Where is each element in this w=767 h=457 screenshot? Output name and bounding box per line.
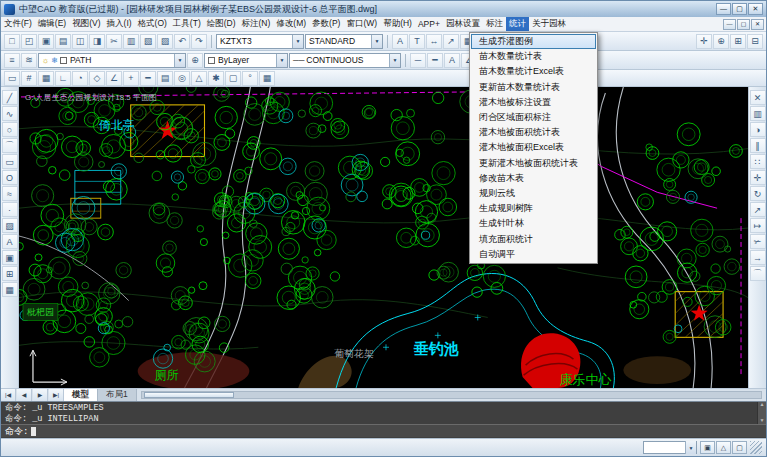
dyn-icon[interactable]: + xyxy=(123,71,139,86)
zoom-realtime-icon[interactable]: ⊕ xyxy=(713,34,729,49)
workspace-icon[interactable]: ✱ xyxy=(208,71,224,86)
selection-cycling-icon[interactable]: ◎ xyxy=(174,71,190,86)
menu-option-生成规则树阵[interactable]: 生成规则树阵 xyxy=(471,201,596,216)
menu-item-视图(V)[interactable]: 视图(V) xyxy=(69,17,103,31)
mdi-minimize-icon[interactable]: — xyxy=(723,19,736,30)
circle-icon[interactable]: ○ xyxy=(2,122,18,137)
ellipse-icon[interactable]: O xyxy=(2,170,18,185)
menu-item-绘图(D)[interactable]: 绘图(D) xyxy=(204,17,239,31)
menu-item-修改(M)[interactable]: 修改(M) xyxy=(273,17,309,31)
menu-option-灌木地被面积Excel表[interactable]: 灌木地被面积Excel表 xyxy=(471,140,596,155)
menu-option-更新苗木数量统计表[interactable]: 更新苗木数量统计表 xyxy=(471,80,596,95)
array-icon[interactable]: ∷ xyxy=(750,154,766,169)
zoom-previous-icon[interactable]: ⊟ xyxy=(747,34,763,49)
mdi-close-icon[interactable]: ✕ xyxy=(751,19,764,30)
model-paper-toggle-icon[interactable]: ▣ xyxy=(700,441,715,454)
offset-icon[interactable]: ∥ xyxy=(750,138,766,153)
tab-模型[interactable]: 模型 xyxy=(64,389,98,401)
menu-option-生成乔灌图例[interactable]: 生成乔灌图例 xyxy=(471,34,596,49)
fillet-icon[interactable]: ⌒ xyxy=(750,266,766,281)
menu-item-帮助(H)[interactable]: 帮助(H) xyxy=(380,17,415,31)
text-style-combo[interactable]: KZTXT3 ▼ xyxy=(216,34,304,49)
menu-option-灌木地被面积统计表[interactable]: 灌木地被面积统计表 xyxy=(471,125,596,140)
linetype-combo[interactable]: ── CONTINUOUS ▼ xyxy=(289,53,401,68)
units-icon[interactable]: ° xyxy=(242,71,258,86)
spline-icon[interactable]: ≈ xyxy=(2,186,18,201)
next-tab-icon[interactable]: ▶ xyxy=(33,389,48,401)
calculator-icon[interactable]: ▦ xyxy=(259,71,275,86)
extend-icon[interactable]: → xyxy=(750,250,766,265)
layer-properties-icon[interactable]: ≡ xyxy=(4,53,20,68)
lineweight-icon[interactable]: ━ xyxy=(427,53,443,68)
menu-item-标注[interactable]: 标注 xyxy=(483,17,506,31)
trim-icon[interactable]: ✃ xyxy=(750,234,766,249)
status-combo[interactable]: ▼ xyxy=(643,441,697,454)
drawing-viewport[interactable]: G:\人居生态公园规划设计18.5 平面图倚北亭枇杷园厕所葡萄花架垂钓池康乐中心 xyxy=(19,87,748,388)
menu-option-苗木数量统计表[interactable]: 苗木数量统计表 xyxy=(471,49,596,64)
maximize-icon[interactable]: ▢ xyxy=(732,3,747,15)
linetype-manager-icon[interactable]: ─ xyxy=(410,53,426,68)
drawing-canvas[interactable]: G:\人居生态公园规划设计18.5 平面图倚北亭枇杷园厕所葡萄花架垂钓池康乐中心 xyxy=(19,87,748,388)
annotation-visibility-icon[interactable]: △ xyxy=(716,441,731,454)
scale-icon[interactable]: ↗ xyxy=(750,202,766,217)
color-combo[interactable]: ByLayer ▼ xyxy=(204,53,288,68)
scrollbar-thumb[interactable] xyxy=(144,392,234,398)
table-icon[interactable]: ▦ xyxy=(2,282,18,297)
menu-item-APP+[interactable]: APP+ xyxy=(415,18,443,30)
ortho-icon[interactable]: ∟ xyxy=(55,71,71,86)
quick-properties-icon[interactable]: ▤ xyxy=(157,71,173,86)
tab-布局1[interactable]: 布局1 xyxy=(98,389,137,401)
new-icon[interactable]: □ xyxy=(4,34,20,49)
minimize-icon[interactable]: — xyxy=(716,3,731,15)
menu-item-关于园林[interactable]: 关于园林 xyxy=(529,17,569,31)
rotate-icon[interactable]: ↻ xyxy=(750,186,766,201)
close-icon[interactable]: ✕ xyxy=(748,3,763,15)
dimension-icon[interactable]: ↔ xyxy=(426,34,442,49)
plot-icon[interactable]: ▤ xyxy=(55,34,71,49)
leader-icon[interactable]: ↗ xyxy=(443,34,459,49)
menu-item-统计[interactable]: 统计 xyxy=(506,17,529,31)
redo-icon[interactable]: ↷ xyxy=(191,34,207,49)
menu-option-闭合区域面积标注[interactable]: 闭合区域面积标注 xyxy=(471,110,596,125)
resize-grip-icon[interactable] xyxy=(750,441,762,454)
chevron-down-icon[interactable]: ▼ xyxy=(276,54,287,67)
undo-icon[interactable]: ↶ xyxy=(174,34,190,49)
menu-item-插入(I)[interactable]: 插入(I) xyxy=(104,17,135,31)
copy-icon[interactable]: ▥ xyxy=(750,106,766,121)
menu-item-格式(O)[interactable]: 格式(O) xyxy=(135,17,170,31)
menu-item-标注(N)[interactable]: 标注(N) xyxy=(239,17,274,31)
make-object-layer-icon[interactable]: ⊕ xyxy=(187,53,203,68)
paste-icon[interactable]: ▧ xyxy=(140,34,156,49)
open-icon[interactable]: ◰ xyxy=(21,34,37,49)
chevron-down-icon[interactable]: ▼ xyxy=(389,54,400,67)
polar-icon[interactable]: ◔ xyxy=(72,71,88,86)
move-icon[interactable]: ✛ xyxy=(750,170,766,185)
last-tab-icon[interactable]: ▶| xyxy=(49,389,64,401)
pan-icon[interactable]: ✛ xyxy=(696,34,712,49)
polyline-icon[interactable]: ∿ xyxy=(2,106,18,121)
horizontal-scrollbar[interactable] xyxy=(141,391,762,399)
preview-icon[interactable]: ◫ xyxy=(72,34,88,49)
menu-option-灌木地被标注设置[interactable]: 灌木地被标注设置 xyxy=(471,95,596,110)
clean-screen-icon[interactable]: ▢ xyxy=(225,71,241,86)
menu-item-工具(T)[interactable]: 工具(T) xyxy=(170,17,204,31)
menu-item-参数(P)[interactable]: 参数(P) xyxy=(309,17,343,31)
mirror-icon[interactable]: ◑ xyxy=(750,122,766,137)
menu-item-编辑(E)[interactable]: 编辑(E) xyxy=(35,17,69,31)
clean-screen-toggle-icon[interactable]: ▢ xyxy=(732,441,747,454)
command-input[interactable]: 命令: xyxy=(1,424,766,437)
erase-icon[interactable]: ✕ xyxy=(750,90,766,105)
line-icon[interactable]: ╱ xyxy=(2,90,18,105)
text-style-manager-icon[interactable]: A xyxy=(444,53,460,68)
model-space-icon[interactable]: ▭ xyxy=(4,71,20,86)
dim-style-combo[interactable]: STANDARD ▼ xyxy=(305,34,383,49)
hatch-icon[interactable]: ▨ xyxy=(2,218,18,233)
chevron-down-icon[interactable]: ▼ xyxy=(685,441,696,454)
otrack-icon[interactable]: ∠ xyxy=(106,71,122,86)
match-properties-icon[interactable]: ▨ xyxy=(157,34,173,49)
publish-icon[interactable]: ◨ xyxy=(89,34,105,49)
point-icon[interactable]: · xyxy=(2,202,18,217)
grid-icon[interactable]: ▦ xyxy=(38,71,54,86)
menu-option-更新灌木地被面积统计表[interactable]: 更新灌木地被面积统计表 xyxy=(471,156,596,171)
layer-states-icon[interactable]: ≋ xyxy=(21,53,37,68)
